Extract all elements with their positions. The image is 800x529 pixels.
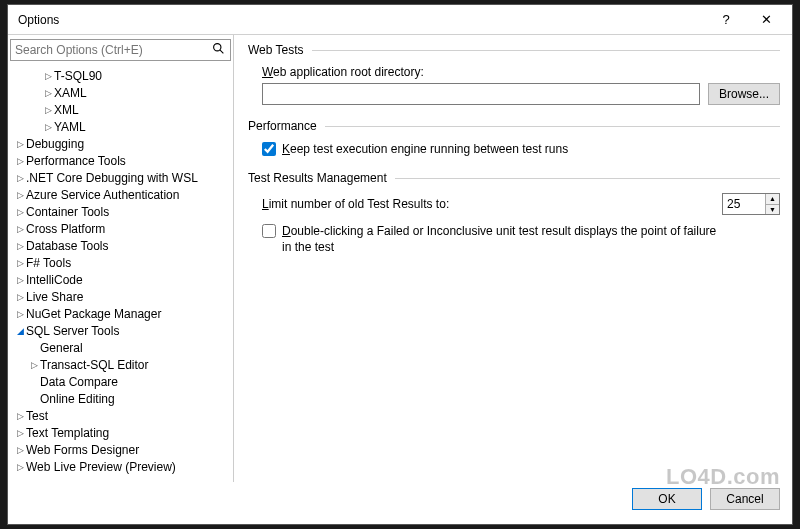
tree-item-label: Azure Service Authentication [26, 188, 179, 202]
tree-item[interactable]: ▷Debugging [10, 135, 233, 152]
tree-item-label: Transact-SQL Editor [40, 358, 148, 372]
caret-collapsed-icon[interactable]: ▷ [14, 207, 26, 217]
keep-engine-label[interactable]: Keep test execution engine running betwe… [282, 141, 568, 157]
caret-collapsed-icon[interactable]: ▷ [42, 88, 54, 98]
dialog-body: ▷T-SQL90▷XAML▷XML▷YAML▷Debugging▷Perform… [8, 35, 792, 482]
caret-collapsed-icon[interactable]: ▷ [14, 173, 26, 183]
caret-collapsed-icon[interactable]: ▷ [14, 292, 26, 302]
caret-collapsed-icon[interactable]: ▷ [14, 224, 26, 234]
tree-item[interactable]: ▷XML [10, 101, 233, 118]
caret-collapsed-icon[interactable]: ▷ [14, 309, 26, 319]
tree-item-label: Data Compare [40, 375, 118, 389]
tree-item-label: Web Live Preview (Preview) [26, 460, 176, 474]
tree-item[interactable]: ▷Database Tools [10, 237, 233, 254]
search-input[interactable] [10, 39, 231, 61]
caret-collapsed-icon[interactable]: ▷ [14, 258, 26, 268]
close-button[interactable]: ✕ [746, 6, 786, 34]
options-tree[interactable]: ▷T-SQL90▷XAML▷XML▷YAML▷Debugging▷Perform… [8, 65, 233, 482]
tree-item[interactable]: ▷Container Tools [10, 203, 233, 220]
tree-item[interactable]: ▷XAML [10, 84, 233, 101]
tree-item-label: Web Forms Designer [26, 443, 139, 457]
limit-label: Limit number of old Test Results to: [262, 197, 449, 211]
tree-item[interactable]: General [10, 339, 233, 356]
tree-item[interactable]: ▷Test [10, 407, 233, 424]
caret-collapsed-icon[interactable]: ▷ [28, 360, 40, 370]
titlebar: Options ? ✕ [8, 5, 792, 35]
cancel-button[interactable]: Cancel [710, 488, 780, 510]
group-title-web-tests: Web Tests [248, 43, 312, 57]
spinner-down-icon[interactable]: ▼ [765, 205, 779, 215]
spinner-buttons[interactable]: ▲ ▼ [765, 194, 779, 214]
caret-collapsed-icon[interactable]: ▷ [42, 122, 54, 132]
caret-collapsed-icon[interactable]: ▷ [14, 462, 26, 472]
tree-item-label: Test [26, 409, 48, 423]
svg-point-0 [214, 44, 221, 51]
tree-item[interactable]: ▷Azure Service Authentication [10, 186, 233, 203]
divider [312, 50, 780, 51]
tree-item-label: Live Share [26, 290, 83, 304]
tree-item-label: General [40, 341, 83, 355]
caret-collapsed-icon[interactable]: ▷ [14, 156, 26, 166]
group-performance: Performance Keep test execution engine r… [248, 119, 780, 157]
caret-collapsed-icon[interactable]: ▷ [14, 275, 26, 285]
group-results: Test Results Management Limit number of … [248, 171, 780, 255]
footer: OK Cancel [8, 482, 792, 524]
right-panel: Web Tests Web application root directory… [234, 35, 792, 482]
root-dir-input[interactable] [262, 83, 700, 105]
caret-collapsed-icon[interactable]: ▷ [14, 139, 26, 149]
tree-item-label: Debugging [26, 137, 84, 151]
tree-item[interactable]: ▷IntelliCode [10, 271, 233, 288]
tree-item-label: Database Tools [26, 239, 109, 253]
tree-item-label: T-SQL90 [54, 69, 102, 83]
tree-item-label: Text Templating [26, 426, 109, 440]
caret-expanded-icon[interactable]: ◢ [14, 326, 26, 336]
keep-engine-checkbox[interactable] [262, 142, 276, 156]
tree-item[interactable]: ▷T-SQL90 [10, 67, 233, 84]
tree-item[interactable]: ▷Cross Platform [10, 220, 233, 237]
group-title-performance: Performance [248, 119, 325, 133]
tree-item[interactable]: ▷Transact-SQL Editor [10, 356, 233, 373]
tree-item[interactable]: ▷F# Tools [10, 254, 233, 271]
divider [395, 178, 780, 179]
tree-item-label: Cross Platform [26, 222, 105, 236]
ok-button[interactable]: OK [632, 488, 702, 510]
spinner-up-icon[interactable]: ▲ [765, 194, 779, 205]
search-icon [212, 42, 225, 58]
tree-item[interactable]: Data Compare [10, 373, 233, 390]
tree-item-label: Performance Tools [26, 154, 126, 168]
caret-collapsed-icon[interactable]: ▷ [14, 241, 26, 251]
tree-item[interactable]: ▷Performance Tools [10, 152, 233, 169]
caret-collapsed-icon[interactable]: ▷ [14, 411, 26, 421]
caret-collapsed-icon[interactable]: ▷ [14, 428, 26, 438]
caret-collapsed-icon[interactable]: ▷ [14, 190, 26, 200]
tree-item[interactable]: ▷YAML [10, 118, 233, 135]
tree-item-label: YAML [54, 120, 86, 134]
caret-collapsed-icon[interactable]: ▷ [42, 105, 54, 115]
tree-item[interactable]: ▷Live Share [10, 288, 233, 305]
group-title-results: Test Results Management [248, 171, 395, 185]
tree-item[interactable]: ▷Web Forms Designer [10, 441, 233, 458]
tree-item-label: Container Tools [26, 205, 109, 219]
caret-collapsed-icon[interactable]: ▷ [42, 71, 54, 81]
left-panel: ▷T-SQL90▷XAML▷XML▷YAML▷Debugging▷Perform… [8, 35, 234, 482]
root-dir-label: Web application root directory: [262, 65, 424, 79]
tree-item-label: SQL Server Tools [26, 324, 119, 338]
browse-button[interactable]: Browse... [708, 83, 780, 105]
tree-item[interactable]: ▷.NET Core Debugging with WSL [10, 169, 233, 186]
tree-item-label: XML [54, 103, 79, 117]
tree-item-label: .NET Core Debugging with WSL [26, 171, 198, 185]
tree-item-label: Online Editing [40, 392, 115, 406]
tree-item[interactable]: ▷NuGet Package Manager [10, 305, 233, 322]
caret-collapsed-icon[interactable]: ▷ [14, 445, 26, 455]
help-button[interactable]: ? [706, 6, 746, 34]
tree-item-label: IntelliCode [26, 273, 83, 287]
tree-item[interactable]: Online Editing [10, 390, 233, 407]
double-click-label[interactable]: Double-clicking a Failed or Inconclusive… [282, 223, 722, 255]
double-click-checkbox[interactable] [262, 224, 276, 238]
divider [325, 126, 780, 127]
tree-item[interactable]: ▷Web Live Preview (Preview) [10, 458, 233, 475]
tree-item-label: F# Tools [26, 256, 71, 270]
tree-item[interactable]: ◢SQL Server Tools [10, 322, 233, 339]
svg-line-1 [220, 50, 223, 53]
tree-item[interactable]: ▷Text Templating [10, 424, 233, 441]
